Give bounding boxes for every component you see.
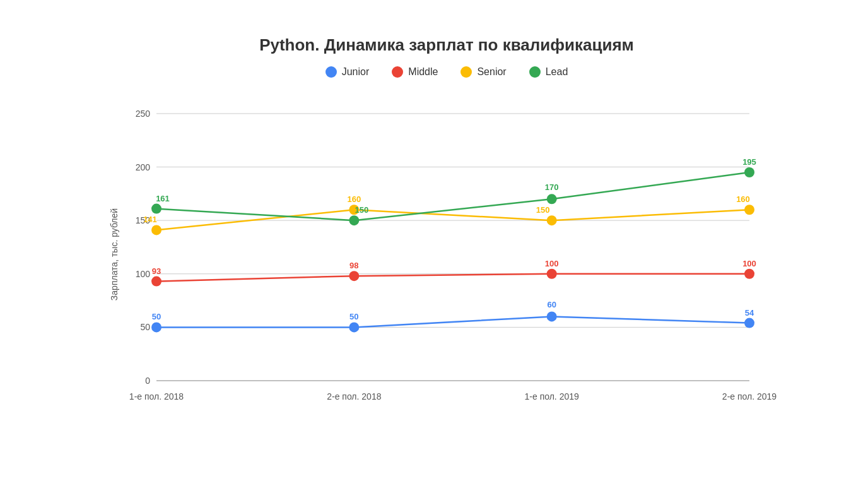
svg-text:2-е пол. 2018: 2-е пол. 2018 [327, 391, 381, 402]
svg-point-19 [349, 322, 359, 332]
svg-text:1-е пол. 2018: 1-е пол. 2018 [129, 391, 184, 402]
svg-text:160: 160 [347, 194, 361, 204]
svg-text:161: 161 [156, 194, 170, 203]
svg-text:98: 98 [349, 261, 358, 270]
svg-point-33 [151, 225, 161, 235]
svg-point-29 [547, 269, 557, 279]
legend-dot [392, 66, 403, 78]
svg-text:100: 100 [545, 259, 559, 268]
svg-text:100: 100 [136, 269, 151, 279]
svg-point-45 [547, 194, 557, 204]
legend-label: Lead [546, 66, 568, 78]
svg-text:141: 141 [143, 215, 157, 224]
legend-dot [460, 66, 472, 78]
svg-text:50: 50 [349, 312, 358, 321]
svg-point-25 [151, 277, 161, 287]
svg-text:54: 54 [745, 308, 754, 318]
svg-point-39 [744, 205, 754, 215]
legend-item-senior: Senior [460, 66, 506, 78]
svg-text:195: 195 [742, 157, 756, 167]
legend-dot [529, 66, 541, 78]
svg-point-23 [744, 318, 754, 328]
legend-label: Junior [342, 66, 370, 78]
svg-point-37 [547, 215, 557, 225]
svg-text:150: 150 [536, 205, 550, 215]
svg-point-43 [349, 215, 359, 225]
svg-text:93: 93 [152, 266, 161, 276]
svg-text:0: 0 [145, 376, 150, 386]
legend: Junior Middle Senior Lead [119, 66, 775, 78]
chart-area: Зарплата, тыс. рублей 0501001502002501-е… [119, 90, 775, 419]
chart-container: Python. Динамика зарплат по квалификация… [56, 23, 812, 477]
svg-text:250: 250 [136, 109, 151, 119]
legend-item-lead: Lead [529, 66, 568, 78]
legend-label: Middle [408, 66, 438, 78]
svg-text:1-е пол. 2019: 1-е пол. 2019 [525, 391, 579, 402]
legend-item-middle: Middle [392, 66, 438, 78]
svg-point-31 [744, 269, 754, 279]
chart-svg: 0501001502002501-е пол. 20182-е пол. 201… [119, 90, 775, 419]
legend-label: Senior [477, 66, 506, 78]
legend-dot [326, 66, 337, 78]
svg-text:170: 170 [545, 182, 559, 192]
svg-text:200: 200 [136, 162, 151, 172]
svg-point-21 [547, 311, 557, 321]
svg-text:160: 160 [736, 194, 750, 204]
svg-point-41 [151, 204, 161, 214]
legend-item-junior: Junior [326, 66, 370, 78]
svg-point-47 [744, 167, 754, 177]
svg-text:50: 50 [140, 322, 150, 332]
svg-text:150: 150 [355, 205, 368, 215]
svg-point-27 [349, 271, 359, 281]
y-axis-label: Зарплата, тыс. рублей [109, 208, 119, 301]
svg-text:2-е пол. 2019: 2-е пол. 2019 [722, 391, 777, 402]
svg-text:100: 100 [742, 259, 756, 268]
svg-point-17 [151, 322, 161, 332]
chart-title: Python. Динамика зарплат по квалификация… [119, 35, 775, 55]
svg-text:60: 60 [547, 300, 556, 309]
svg-text:50: 50 [152, 312, 161, 321]
